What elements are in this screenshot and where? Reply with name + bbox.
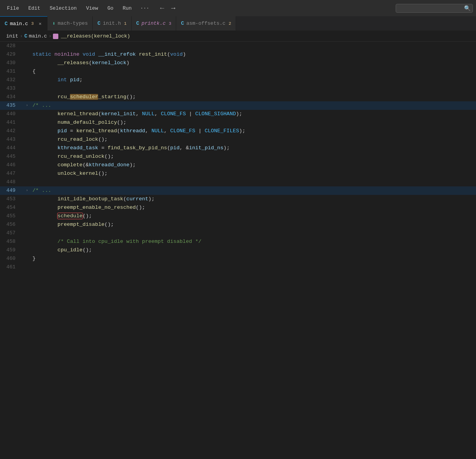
line-455: 455 schedule(); — [0, 212, 476, 220]
line-content-456: preempt_disable(); — [31, 220, 476, 229]
line-num-459: 459 — [0, 246, 23, 254]
line-num-441: 441 — [0, 118, 23, 127]
search-container: 🔍 — [396, 4, 473, 13]
line-456: 456 preempt_disable(); — [0, 220, 476, 229]
line-content-445: rcu_read_unlock(); — [31, 152, 476, 161]
tab-label: asm-offsets.c — [186, 20, 225, 26]
line-435: 435 › /* ... — [0, 101, 476, 110]
line-449: 449 › /* ... — [0, 186, 476, 195]
line-fold-456 — [23, 220, 31, 229]
line-458: 458 /* Call into cpu_idle with preempt d… — [0, 237, 476, 246]
line-fold-453 — [23, 195, 31, 203]
editor: 428 429 static noinline void __init_refo… — [0, 42, 476, 459]
line-429: 429 static noinline void __init_refok re… — [0, 50, 476, 59]
line-content-431: { — [31, 67, 476, 76]
line-fold-458 — [23, 237, 31, 246]
breadcrumb-part-init[interactable]: init — [6, 33, 18, 39]
menu-edit[interactable]: Edit — [24, 4, 44, 13]
line-442: 442 pid = kernel_thread(kthreadd, NULL, … — [0, 127, 476, 135]
line-num-453: 453 — [0, 195, 23, 203]
line-num-458: 458 — [0, 237, 23, 246]
line-fold-461 — [23, 263, 31, 271]
line-content-441: numa_default_policy(); — [31, 118, 476, 127]
line-444: 444 kthreadd_task = find_task_by_pid_ns(… — [0, 144, 476, 152]
tab-c-icon: C — [136, 20, 139, 26]
line-443: 443 rcu_read_lock(); — [0, 135, 476, 144]
breadcrumb-part-file[interactable]: main.c — [29, 33, 47, 39]
line-num-446: 446 — [0, 161, 23, 169]
tab-label: mach-types — [58, 20, 88, 26]
line-content-444: kthreadd_task = find_task_by_pid_ns(pid,… — [31, 144, 476, 152]
line-num-432: 432 — [0, 76, 23, 84]
nav-arrows: ← → — [157, 3, 178, 13]
tab-mach-types[interactable]: ⬇ mach-types — [48, 16, 93, 31]
line-fold-434 — [23, 93, 31, 101]
line-fold-435[interactable]: › — [23, 101, 31, 110]
nav-forward[interactable]: → — [168, 3, 178, 13]
tab-c-icon: C — [181, 20, 184, 26]
line-num-429: 429 — [0, 50, 23, 59]
line-fold-428 — [23, 42, 31, 50]
nav-back[interactable]: ← — [157, 3, 167, 13]
line-content-434: rcu_scheduler_starting(); — [31, 93, 476, 101]
menu-view[interactable]: View — [82, 4, 102, 13]
line-fold-460 — [23, 254, 31, 263]
line-fold-432 — [23, 76, 31, 84]
line-content-455: schedule(); — [31, 212, 476, 220]
tab-number: 3 — [169, 21, 172, 26]
tab-printk-c[interactable]: C printk.c 3 — [132, 16, 177, 31]
line-num-445: 445 — [0, 152, 23, 161]
line-content-458: /* Call into cpu_idle with preempt disab… — [31, 237, 476, 246]
line-content-448 — [31, 178, 476, 186]
tab-close-btn[interactable]: ✕ — [37, 20, 42, 27]
search-input[interactable] — [396, 4, 473, 13]
tab-c-icon: C — [97, 20, 100, 26]
line-num-444: 444 — [0, 144, 23, 152]
line-fold-457 — [23, 229, 31, 237]
line-fold-443 — [23, 135, 31, 144]
line-460: 460 } — [0, 254, 476, 263]
schedule-highlight: schedule — [58, 213, 83, 219]
line-num-447: 447 — [0, 169, 23, 178]
tab-init-h[interactable]: C init.h 1 — [93, 16, 131, 31]
line-fold-449[interactable]: › — [23, 186, 31, 195]
line-num-435: 435 — [0, 101, 23, 110]
menu-go[interactable]: Go — [104, 4, 117, 13]
line-434: 434 rcu_scheduler_starting(); — [0, 93, 476, 101]
line-content-460: } — [31, 254, 476, 263]
breadcrumb-part-func[interactable]: __releases(kernel_lock) — [61, 33, 130, 39]
line-fold-459 — [23, 246, 31, 254]
menu-run[interactable]: Run — [119, 4, 135, 13]
line-num-456: 456 — [0, 220, 23, 229]
line-fold-430 — [23, 59, 31, 67]
line-content-447: unlock_kernel(); — [31, 169, 476, 178]
tab-main-c[interactable]: C main.c 3 ✕ — [0, 16, 48, 31]
tab-label: main.c — [10, 21, 28, 27]
line-num-461: 461 — [0, 263, 23, 271]
breadcrumb: init › C main.c › __releases(kernel_lock… — [0, 31, 476, 42]
line-content-432: int pid; — [31, 76, 476, 84]
menu-file[interactable]: File — [3, 4, 23, 13]
line-content-442: pid = kernel_thread(kthreadd, NULL, CLON… — [31, 127, 476, 135]
line-fold-448 — [23, 178, 31, 186]
line-content-430: __releases(kernel_lock) — [31, 59, 476, 67]
line-430: 430 __releases(kernel_lock) — [0, 59, 476, 67]
menu-selection[interactable]: Selection — [46, 4, 80, 13]
line-432: 432 int pid; — [0, 76, 476, 84]
line-448: 448 — [0, 178, 476, 186]
line-content-457 — [31, 229, 476, 237]
line-fold-455 — [23, 212, 31, 220]
tab-asm-offsets[interactable]: C asm-offsets.c 2 — [176, 16, 236, 31]
line-num-454: 454 — [0, 203, 23, 212]
menu-more[interactable]: ··· — [137, 4, 152, 13]
line-content-428 — [31, 42, 476, 50]
line-num-440: 440 — [0, 110, 23, 118]
search-icon[interactable]: 🔍 — [464, 5, 471, 12]
line-num-434: 434 — [0, 93, 23, 101]
line-num-443: 443 — [0, 135, 23, 144]
line-454: 454 preempt_enable_no_resched(); — [0, 203, 476, 212]
line-fold-431 — [23, 67, 31, 76]
line-461: 461 — [0, 263, 476, 271]
tab-number: 3 — [31, 21, 34, 26]
line-content-449: /* ... — [31, 186, 476, 195]
